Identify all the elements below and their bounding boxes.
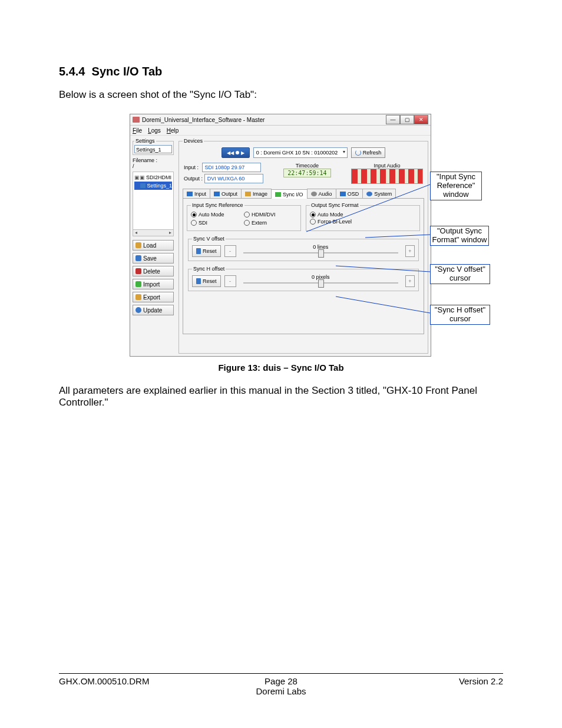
menu-help[interactable]: Help bbox=[167, 127, 179, 134]
refresh-button[interactable]: Refresh bbox=[351, 147, 386, 158]
intro-text: Below is a screen shot of the "Sync I/O … bbox=[59, 89, 503, 101]
tree-item[interactable]: Settings_1 bbox=[147, 182, 172, 190]
timecode-value: 22:47:59:14 bbox=[283, 169, 330, 177]
output-sync-fmt-legend: Output Sync Format bbox=[310, 202, 360, 208]
tab-syncio[interactable]: Sync I/O bbox=[271, 189, 308, 199]
footer-right: Version 2.2 bbox=[355, 676, 503, 696]
outro-text: All parameters are explained earlier in … bbox=[59, 385, 503, 409]
gear-icon bbox=[366, 192, 372, 196]
input-audio-label: Input Audio bbox=[351, 163, 423, 169]
menubar: File Logs Help bbox=[130, 126, 431, 136]
input-sync-ref-legend: Input Sync Reference bbox=[191, 202, 244, 208]
settings-name-input[interactable]: Settings_1 bbox=[134, 145, 172, 153]
footer-page: Page 28 bbox=[207, 676, 355, 686]
tree-item-icon bbox=[140, 183, 146, 188]
sync-v-slider[interactable]: 0 lines bbox=[240, 246, 402, 256]
minimize-button[interactable]: — bbox=[386, 115, 400, 124]
update-button[interactable]: Update bbox=[133, 305, 174, 315]
monitor-icon bbox=[214, 192, 220, 196]
section-number: 5.4.4 bbox=[59, 65, 85, 78]
input-sync-reference-group: Input Sync Reference Auto Mode HDMI/DVI … bbox=[187, 202, 301, 231]
app-title: Doremi_Universal_Interface_Software - Ma… bbox=[142, 117, 265, 123]
sync-icon bbox=[275, 192, 281, 197]
titlebar: Doremi_Universal_Interface_Software - Ma… bbox=[130, 114, 431, 126]
devices-group: Devices ◀◀ ▶ 0 : Doremi GHX 10 SN : 0100… bbox=[178, 138, 428, 354]
radio-extern[interactable]: Extern bbox=[244, 220, 297, 226]
brand-button[interactable]: ◀◀ ▶ bbox=[222, 147, 250, 158]
refresh-icon bbox=[355, 150, 361, 156]
sync-v-spin-up[interactable]: + bbox=[405, 245, 415, 257]
callout-output-sync-fmt: "Output Sync Format" window bbox=[430, 226, 489, 246]
floppy-icon bbox=[135, 255, 141, 261]
tree-scrollbar[interactable]: ◂▸ bbox=[133, 229, 173, 236]
refresh-icon bbox=[135, 307, 141, 313]
image-icon bbox=[245, 192, 251, 196]
sync-h-spin-down[interactable]: - bbox=[224, 275, 236, 287]
input-value: SDI 1080p 29.97 bbox=[202, 163, 261, 172]
close-button[interactable]: ✕ bbox=[414, 115, 428, 124]
callout-sync-h-cursor: "Sync H offset" cursor bbox=[430, 305, 490, 325]
filename-label: Filename : bbox=[133, 157, 174, 163]
export-icon bbox=[135, 294, 141, 300]
radio-out-auto[interactable]: Auto Mode bbox=[310, 212, 416, 218]
section-heading: 5.4.4 Sync I/O Tab bbox=[59, 65, 503, 78]
inner-tabs: Input Output Image Sync I/O Audio OSD Sy… bbox=[183, 189, 424, 199]
tab-image[interactable]: Image bbox=[241, 189, 272, 198]
settings-group-label: Settings bbox=[134, 138, 156, 144]
tab-system[interactable]: System bbox=[362, 189, 396, 198]
radio-out-force[interactable]: Force Bi-Level bbox=[310, 219, 416, 225]
sync-h-legend: Sync H offset bbox=[192, 266, 226, 272]
sync-h-reset-button[interactable]: Reset bbox=[192, 275, 221, 287]
app-window: Doremi_Universal_Interface_Software - Ma… bbox=[130, 114, 431, 357]
settings-group: Settings Settings_1 bbox=[133, 138, 174, 155]
figure-caption: Figure 13: duis – Sync I/O Tab bbox=[59, 363, 503, 373]
output-sync-format-group: Output Sync Format Auto Mode Force Bi-Le… bbox=[306, 202, 420, 231]
radio-auto-mode[interactable]: Auto Mode bbox=[191, 212, 244, 218]
radio-hdmi-dvi[interactable]: HDMI/DVI bbox=[244, 212, 297, 218]
folder-open-icon bbox=[135, 242, 141, 248]
speaker-icon bbox=[311, 192, 317, 196]
export-button[interactable]: Export bbox=[133, 292, 174, 302]
menu-logs[interactable]: Logs bbox=[148, 127, 161, 134]
section-title: Sync I/O Tab bbox=[92, 65, 163, 78]
tab-audio[interactable]: Audio bbox=[307, 189, 336, 198]
timecode-label: Timecode bbox=[283, 163, 330, 169]
callout-sync-v-cursor: "Sync V offset" cursor bbox=[430, 264, 490, 284]
sync-v-reset-button[interactable]: Reset bbox=[192, 245, 221, 257]
reset-icon bbox=[196, 278, 201, 284]
status-dot-icon bbox=[236, 151, 239, 154]
syncio-tab-body: Input Sync Reference Auto Mode HDMI/DVI … bbox=[183, 199, 424, 334]
sync-v-offset-group: Sync V offset Reset - 0 lines bbox=[188, 236, 419, 261]
import-button[interactable]: Import bbox=[133, 279, 174, 289]
sync-h-slider[interactable]: 0 pixels bbox=[240, 276, 402, 286]
output-label: Output : bbox=[184, 176, 203, 182]
output-value: DVI WUXGA 60 bbox=[204, 174, 263, 183]
monitor-icon bbox=[187, 192, 193, 196]
settings-tree[interactable]: ▣▣SDI2HDMI Settings_1 ◂▸ bbox=[133, 172, 174, 236]
footer-left: GHX.OM.000510.DRM bbox=[59, 676, 207, 696]
import-icon bbox=[135, 281, 141, 287]
tab-input[interactable]: Input bbox=[183, 189, 210, 198]
tree-root[interactable]: SDI2HDMI bbox=[146, 173, 171, 182]
save-button[interactable]: Save bbox=[133, 253, 174, 263]
sync-h-offset-group: Sync H offset Reset - 0 pixels bbox=[188, 266, 419, 291]
tab-osd[interactable]: OSD bbox=[336, 189, 363, 198]
device-select[interactable]: 0 : Doremi GHX 10 SN : 01000202 bbox=[253, 147, 348, 158]
menu-file[interactable]: File bbox=[133, 127, 142, 134]
tab-output[interactable]: Output bbox=[210, 189, 242, 198]
app-logo-icon bbox=[133, 117, 140, 123]
radio-sdi[interactable]: SDI bbox=[191, 220, 244, 226]
delete-button[interactable]: Delete bbox=[133, 266, 174, 276]
load-button[interactable]: Load bbox=[133, 240, 174, 251]
filename-value: / bbox=[133, 163, 174, 169]
footer-org: Doremi Labs bbox=[207, 686, 355, 696]
callout-input-sync-ref: "Input Sync Reference" window bbox=[430, 172, 482, 200]
delete-icon bbox=[135, 268, 141, 274]
reset-icon bbox=[196, 248, 201, 254]
audio-meter bbox=[351, 169, 423, 184]
sync-h-spin-up[interactable]: + bbox=[405, 275, 415, 287]
maximize-button[interactable]: ▢ bbox=[400, 115, 414, 124]
sync-v-spin-down[interactable]: - bbox=[224, 245, 236, 257]
page-footer: GHX.OM.000510.DRM Page 28 Doremi Labs Ve… bbox=[59, 673, 503, 696]
devices-group-label: Devices bbox=[183, 138, 204, 144]
